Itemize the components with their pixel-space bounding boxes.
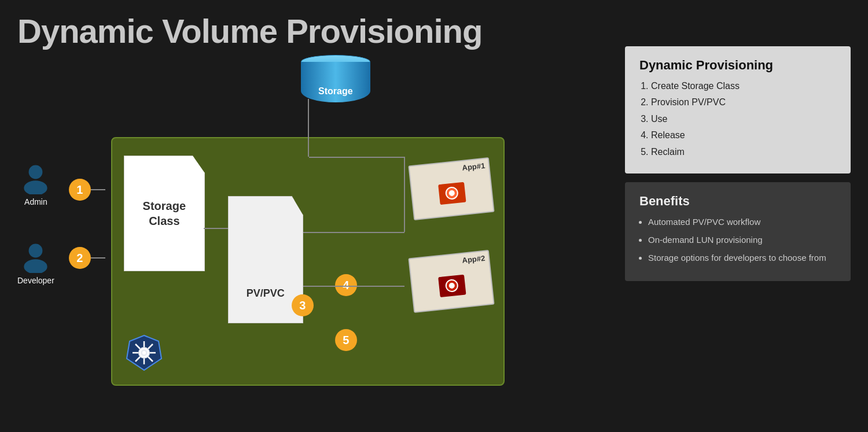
developer-group: Developer [17, 241, 54, 285]
dp-step-4: Release [651, 129, 836, 142]
svg-point-2 [29, 244, 43, 258]
benefits-list: Automated PV/PVC workflow On-demand LUN … [639, 216, 836, 264]
doc-corner [193, 156, 204, 168]
benefit-2: On-demand LUN provisioning [648, 234, 836, 246]
admin-icon [20, 163, 52, 194]
admin-label: Admin [24, 197, 47, 206]
badge-2: 2 [69, 247, 91, 269]
user-badges: 1 2 [69, 179, 105, 269]
left-section: Dynamic Volume Provisioning Admin Develo… [17, 12, 613, 386]
line-top-right [309, 157, 404, 158]
app2-icon-area [414, 263, 489, 309]
users-column: Admin Developer [17, 163, 54, 285]
app1-card: App#1 [408, 157, 494, 220]
storage-line-vertical [308, 99, 309, 157]
benefits-box: Benefits Automated PV/PVC workflow On-de… [625, 182, 851, 281]
dp-step-1: Create Storage Class [651, 80, 836, 93]
kubernetes-badge [124, 333, 164, 373]
svg-point-21 [142, 351, 146, 355]
cylinder-body: Storage [301, 62, 370, 102]
app1-gear-icon [434, 176, 469, 211]
dp-step-3: Use [651, 113, 836, 125]
app1-container: App#1 [411, 161, 492, 216]
storage-area: Storage [301, 62, 370, 102]
line-pvc-app2 [303, 286, 404, 287]
benefit-1: Automated PV/PVC workflow [648, 216, 836, 228]
pvc-doc-corner [291, 197, 303, 208]
dp-step-2: Provision PV/PVC [651, 96, 836, 109]
badge-1: 1 [69, 179, 91, 201]
badge-connector-2: 2 [69, 247, 105, 269]
badge-5: 5 [335, 329, 357, 351]
dp-title: Dynamic Provisioning [639, 58, 836, 73]
storage-class-doc: StorageClass [124, 156, 205, 271]
developer-label: Developer [17, 276, 54, 285]
dynamic-provisioning-box: Dynamic Provisioning Create Storage Clas… [625, 46, 851, 173]
line-2 [91, 257, 105, 259]
badge-3: 3 [292, 294, 314, 316]
line-right-vertical [404, 157, 405, 232]
badge-connector-1: 1 [69, 179, 105, 201]
badge-4: 4 [335, 274, 357, 296]
storage-label: Storage [318, 86, 353, 97]
right-panel: Dynamic Provisioning Create Storage Clas… [625, 46, 851, 281]
line-pvc-app1 [303, 232, 404, 233]
storage-class-label: StorageClass [143, 198, 186, 228]
dp-step-5: Reclaim [651, 146, 836, 158]
green-box-container: Storage StorageClass [111, 137, 505, 386]
app2-container: App#2 [411, 254, 492, 309]
svg-point-0 [29, 165, 43, 179]
benefits-title: Benefits [639, 194, 836, 209]
pvc-label: PV/PVC [247, 287, 285, 300]
line-1 [91, 189, 105, 190]
main-title: Dynamic Volume Provisioning [17, 12, 613, 50]
svg-point-3 [24, 259, 47, 273]
k8s-icon [124, 333, 164, 373]
benefit-3: Storage options for developers to choose… [648, 252, 836, 264]
green-box: StorageClass PV/PVC App#1 [111, 137, 505, 386]
app1-icon-area [414, 170, 489, 217]
admin-group: Admin [20, 163, 52, 206]
app2-gear-icon [434, 268, 469, 303]
diagram-area: Admin Developer 1 2 [17, 62, 613, 386]
svg-point-1 [24, 180, 47, 194]
app2-card: App#2 [408, 250, 494, 313]
developer-icon [20, 241, 52, 273]
storage-cylinder: Storage [301, 62, 370, 102]
dp-steps-list: Create Storage Class Provision PV/PVC Us… [639, 80, 836, 158]
